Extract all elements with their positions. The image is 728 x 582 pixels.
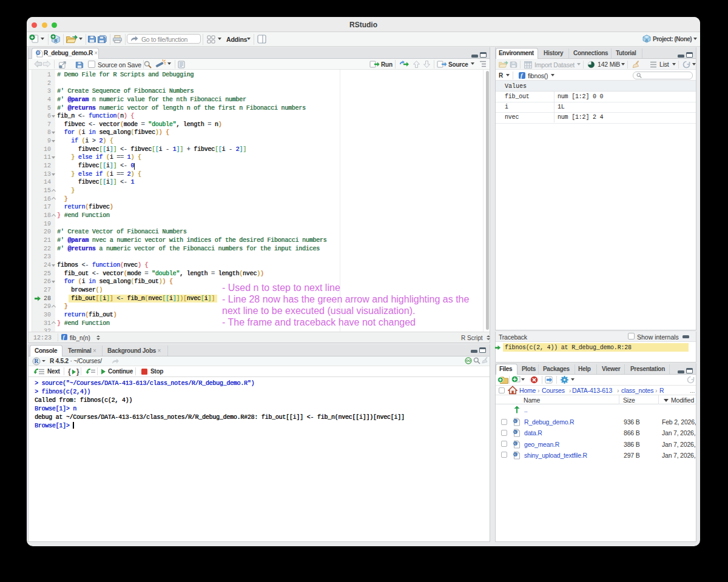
svg-text:R: R xyxy=(54,39,57,43)
svg-text:R: R xyxy=(35,358,39,364)
svg-text:R: R xyxy=(37,51,40,55)
svg-text:R: R xyxy=(645,39,649,42)
